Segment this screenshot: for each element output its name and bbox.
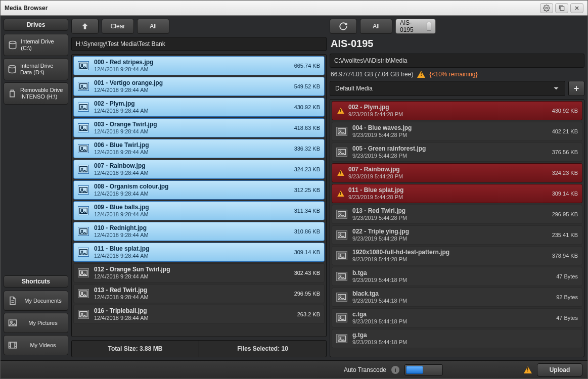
file-name: 002 - Plym.jpg [348,104,547,111]
file-row[interactable]: 001 - Vertigo orange.jpg12/4/2018 9:28:4… [73,77,325,96]
select-all-button[interactable]: All [137,19,169,34]
tab-all[interactable]: All [360,19,392,34]
image-icon [78,289,89,298]
file-date: 9/23/2019 5:44:18 PM [352,276,551,283]
file-row[interactable]: 012 - Orange Sun Twirl.jpg12/4/2018 9:28… [73,263,325,282]
file-size: 311.34 KB [294,208,320,214]
shortcut-button[interactable]: My Documents [4,291,68,311]
add-folder-button[interactable]: + [568,81,584,96]
svg-point-24 [81,230,83,231]
file-name: 011 - Blue splat.jpg [94,245,289,252]
file-row[interactable]: 007 - Rainbow.jpg9/23/2019 5:44:28 PM324… [332,163,582,182]
file-row[interactable]: 002 - Plym.jpg12/4/2018 9:28:44 AM430.92… [73,98,325,117]
restore-icon[interactable] [555,3,568,13]
file-row[interactable]: 011 - Blue splat.jpg12/4/2018 9:28:44 AM… [73,243,325,262]
file-size: 310.86 KB [294,228,320,234]
file-row[interactable]: 002 - Plym.jpg9/23/2019 5:44:28 PM430.92… [332,101,582,120]
image-icon [336,293,347,302]
file-row[interactable]: g.tga9/23/2019 5:44:18 PM [332,329,582,348]
file-name: 012 - Orange Sun Twirl.jpg [94,266,289,273]
file-row[interactable]: c.tga9/23/2019 5:44:18 PM47 Bytes [332,308,582,327]
image-icon [336,210,347,219]
svg-point-20 [81,188,83,190]
file-size: 402.21 KB [552,128,578,134]
image-icon [78,165,89,174]
svg-point-18 [81,168,83,169]
file-date: 12/4/2018 9:28:44 AM [94,314,292,321]
file-size: 418.63 KB [294,125,320,131]
upload-button[interactable]: Upload [537,363,582,376]
file-date: 9/23/2019 5:44:28 PM [348,194,547,201]
image-icon [78,61,89,70]
upload-warning-icon [524,366,532,373]
shortcut-button[interactable]: My Pictures [4,313,68,333]
settings-icon[interactable] [540,3,553,13]
file-row[interactable]: 1920x1080-full-hd-test-pattern.jpg9/23/2… [332,246,582,265]
file-name: 006 - Blue Twirl.jpg [94,141,289,149]
file-size: 665.74 KB [294,63,320,69]
svg-point-22 [81,209,83,211]
file-row[interactable]: 003 - Orange Twirl.jpg12/4/2018 9:28:44 … [73,118,325,137]
file-row[interactable]: 004 - Blue waves.jpg9/23/2019 5:44:28 PM… [332,122,582,141]
drive-button[interactable]: Internal Drive (C:\) [4,34,68,56]
file-row[interactable]: 009 - Blue balls.jpg12/4/2018 9:28:44 AM… [73,201,325,220]
file-row[interactable]: 013 - Red Twirl.jpg12/4/2018 9:28:44 AM2… [73,284,325,303]
close-icon[interactable] [570,3,583,13]
file-size: 47 Bytes [556,273,578,279]
drive-button[interactable]: Removable Drive INTENSO (H:\) [4,82,68,105]
file-name: 003 - Orange Twirl.jpg [94,121,289,128]
file-row[interactable]: 000 - Red stripes.jpg12/4/2018 9:28:44 A… [73,56,325,75]
file-name: 013 - Red Twirl.jpg [352,207,547,214]
file-size: 324.23 KB [552,170,578,176]
shortcut-label: My Videos [21,342,65,349]
file-name: black.tga [352,290,551,297]
file-row[interactable]: 010 - Rednight.jpg12/4/2018 9:28:44 AM31… [73,222,325,241]
svg-point-14 [81,126,83,128]
source-path[interactable]: H:\Synergy\Test Media\Test Bank [71,37,327,51]
shortcut-button[interactable]: My Videos [4,335,68,355]
file-date: 12/4/2018 9:28:44 AM [94,231,289,239]
vid-icon [7,340,18,351]
footer: Auto Transcode i Upload [1,360,587,378]
svg-point-50 [340,337,341,339]
svg-point-10 [81,85,83,86]
image-icon [78,310,89,319]
file-date: 12/4/2018 9:28:44 AM [94,252,289,259]
tab-server-label: AIS-0195 [400,19,424,33]
tab-server[interactable]: AIS-0195 [395,19,436,34]
file-date: 12/4/2018 9:28:44 AM [94,169,289,176]
refresh-button[interactable] [330,19,357,34]
doc-icon [7,295,18,306]
drive-button[interactable]: Internal Drive Data (D:\) [4,58,68,80]
file-date: 9/23/2019 5:44:28 PM [348,173,547,180]
file-name: 1920x1080-full-hd-test-pattern.jpg [352,249,547,256]
file-row[interactable]: 008 - Organism colour.jpg12/4/2018 9:28:… [73,180,325,200]
svg-point-30 [81,292,83,294]
file-size: 235.41 KB [552,232,578,238]
target-file-list[interactable]: 002 - Plym.jpg9/23/2019 5:44:28 PM430.92… [330,100,584,357]
warning-icon [417,71,425,78]
image-icon [78,123,89,132]
file-size: 263.2 KB [297,311,320,317]
info-icon[interactable]: i [391,366,399,374]
file-row[interactable]: 006 - Blue Twirl.jpg12/4/2018 9:28:44 AM… [73,139,325,158]
file-row[interactable]: b.tga9/23/2019 5:44:18 PM47 Bytes [332,267,582,286]
source-file-list[interactable]: 000 - Red stripes.jpg12/4/2018 9:28:44 A… [72,55,326,337]
folder-dropdown[interactable]: Default Media [330,81,565,96]
drive-label: Internal Drive (C:\) [21,38,65,52]
file-date: 12/4/2018 9:28:44 AM [94,128,289,135]
file-row[interactable]: 022 - Triple ying.jpg9/23/2019 5:44:28 P… [332,225,582,245]
auto-transcode-toggle[interactable] [404,364,443,375]
file-row[interactable]: 011 - Blue splat.jpg9/23/2019 5:44:28 PM… [332,184,582,203]
file-date: 12/4/2018 9:28:44 AM [94,149,289,156]
disk-warning-text: {<10% remaining} [429,71,477,78]
clear-button[interactable]: Clear [102,19,134,34]
file-row[interactable]: 005 - Green rainforest.jpg9/23/2019 5:44… [332,143,582,162]
file-row[interactable]: 013 - Red Twirl.jpg9/23/2019 5:44:28 PM2… [332,205,582,224]
svg-point-12 [81,106,83,107]
file-row[interactable]: black.tga9/23/2019 5:44:18 PM92 Bytes [332,288,582,307]
up-button[interactable] [71,19,99,34]
file-date: 9/23/2019 5:44:28 PM [348,111,547,118]
file-row[interactable]: 016 - Tripleball.jpg12/4/2018 9:28:44 AM… [73,305,325,324]
file-row[interactable]: 007 - Rainbow.jpg12/4/2018 9:28:44 AM324… [73,160,325,179]
